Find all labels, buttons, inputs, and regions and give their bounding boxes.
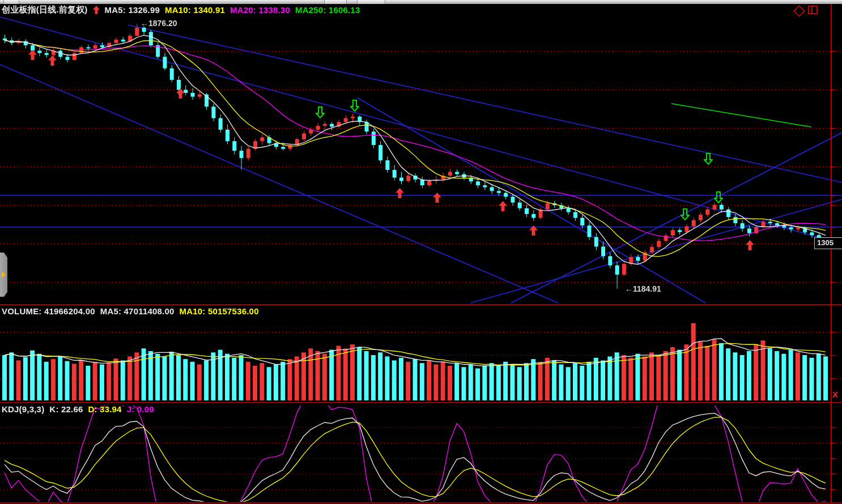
volume-pane-header: VOLUME: 41966204.00 MA5: 47011408.00 MA1… [2,306,259,316]
panel-expand-handle[interactable] [0,253,7,297]
sell-signal-arrow-icon [316,106,325,118]
buy-signal-arrow-icon [28,50,37,60]
buy-signal-arrow-icon [746,240,754,250]
toolbar-button-edge[interactable] [324,0,347,4]
kdj-d-readout: D: 33.94 [88,404,122,414]
high-price-label: ←1876.20 [141,19,177,28]
up-arrow-icon [93,6,100,14]
volume-ma10-readout: MA10: 50157536.00 [180,306,259,316]
page-title: 创业板指(日线.前复权) [2,5,88,15]
close-indicator-button[interactable]: X [832,390,838,399]
volume-ma5-readout: MA5: 47011408.00 [100,306,175,316]
buy-signal-arrow-icon [396,188,404,198]
main-chart-header: 创业板指(日线.前复权) MA5: 1326.99 MA10: 1340.91 … [2,5,360,15]
ma20-readout: MA20: 1338.30 [230,5,290,15]
pointer-arrow: ← [625,284,633,293]
buy-signal-arrow-icon [499,201,507,211]
sell-signal-arrow-icon [350,100,359,112]
buy-signal-arrow-icon [48,55,57,66]
chart-canvas [0,0,842,504]
ma10-readout: MA10: 1340.91 [165,5,225,15]
buy-signal-arrow-icon [529,225,538,236]
ma5-readout: MA5: 1326.99 [105,5,160,15]
kdj-k-readout: K: 22.66 [49,404,83,414]
ma250-readout: MA250: 1606.13 [295,5,360,15]
low-price-label: ←1184.91 [625,284,661,293]
kdj-pane-header: KDJ(9,3,3) K: 22.66 D: 33.94 J: 0.09 [2,404,154,414]
trading-app-window: { "palette": { "background": "#000000", … [0,0,842,504]
pointer-arrow: ← [141,19,148,28]
toolbar-button-edge[interactable] [357,0,385,4]
kdj-j-readout: J: 0.09 [127,404,154,414]
last-price-tag: 1305 [814,237,842,249]
volume-readout: VOLUME: 41966204.00 [2,306,95,316]
split-window-icon[interactable] [808,6,818,14]
buy-signal-arrow-icon [176,88,185,99]
expand-triangle-icon [2,271,6,278]
kdj-name: KDJ(9,3,3) [2,404,44,414]
sell-signal-arrow-icon [681,208,690,220]
sell-signal-arrow-icon [714,191,723,203]
buy-signal-arrow-icon [433,193,441,203]
toolbar-button-edge[interactable] [3,0,19,4]
toolbar-bottom-edge [0,0,842,4]
sell-signal-arrow-icon [704,153,713,165]
